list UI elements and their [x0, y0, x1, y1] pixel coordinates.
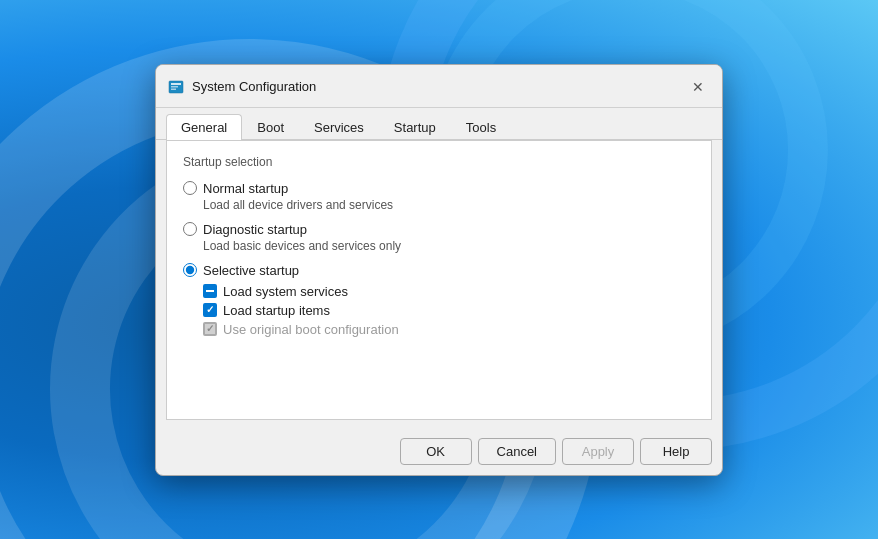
ok-button[interactable]: OK: [400, 438, 472, 465]
tab-content: Startup selection Normal startup Load al…: [166, 140, 712, 420]
tab-general[interactable]: General: [166, 114, 242, 140]
svg-rect-3: [171, 88, 176, 90]
normal-startup-desc: Load all device drivers and services: [203, 198, 695, 212]
diagnostic-startup-row: Diagnostic startup: [183, 222, 695, 237]
dialog-icon: [168, 79, 184, 95]
use-original-boot-label: Use original boot configuration: [223, 322, 399, 337]
titlebar-left: System Configuration: [168, 79, 316, 95]
load-system-services-row: Load system services: [203, 284, 695, 299]
dialog-title: System Configuration: [192, 79, 316, 94]
load-startup-items-checkbox[interactable]: [203, 303, 217, 317]
normal-startup-row: Normal startup: [183, 181, 695, 196]
tab-boot[interactable]: Boot: [242, 114, 299, 140]
selective-startup-option: Selective startup Load system services L…: [183, 263, 695, 337]
titlebar: System Configuration ✕: [156, 65, 722, 108]
tab-startup[interactable]: Startup: [379, 114, 451, 140]
diagnostic-startup-option: Diagnostic startup Load basic devices an…: [183, 222, 695, 253]
use-original-boot-checkbox: [203, 322, 217, 336]
load-system-services-checkbox[interactable]: [203, 284, 217, 298]
tab-tools[interactable]: Tools: [451, 114, 511, 140]
svg-rect-2: [171, 86, 178, 88]
startup-selection-group: Normal startup Load all device drivers a…: [183, 181, 695, 347]
load-startup-items-row: Load startup items: [203, 303, 695, 318]
svg-rect-1: [171, 83, 181, 85]
selective-startup-radio[interactable]: [183, 263, 197, 277]
diagnostic-startup-label: Diagnostic startup: [203, 222, 307, 237]
cancel-button[interactable]: Cancel: [478, 438, 556, 465]
normal-startup-option: Normal startup Load all device drivers a…: [183, 181, 695, 212]
normal-startup-label: Normal startup: [203, 181, 288, 196]
load-system-services-label: Load system services: [223, 284, 348, 299]
apply-button[interactable]: Apply: [562, 438, 634, 465]
diagnostic-startup-radio[interactable]: [183, 222, 197, 236]
dialog-overlay: System Configuration ✕ General Boot Serv…: [0, 0, 878, 539]
normal-startup-radio[interactable]: [183, 181, 197, 195]
diagnostic-startup-desc: Load basic devices and services only: [203, 239, 695, 253]
system-configuration-dialog: System Configuration ✕ General Boot Serv…: [155, 64, 723, 476]
section-label: Startup selection: [183, 155, 695, 169]
selective-startup-row: Selective startup: [183, 263, 695, 278]
close-button[interactable]: ✕: [686, 75, 710, 99]
use-original-boot-row: Use original boot configuration: [203, 322, 695, 337]
tab-bar: General Boot Services Startup Tools: [156, 108, 722, 140]
help-button[interactable]: Help: [640, 438, 712, 465]
selective-children: Load system services Load startup items …: [203, 284, 695, 337]
tab-services[interactable]: Services: [299, 114, 379, 140]
load-startup-items-label: Load startup items: [223, 303, 330, 318]
button-bar: OK Cancel Apply Help: [156, 430, 722, 475]
selective-startup-label: Selective startup: [203, 263, 299, 278]
